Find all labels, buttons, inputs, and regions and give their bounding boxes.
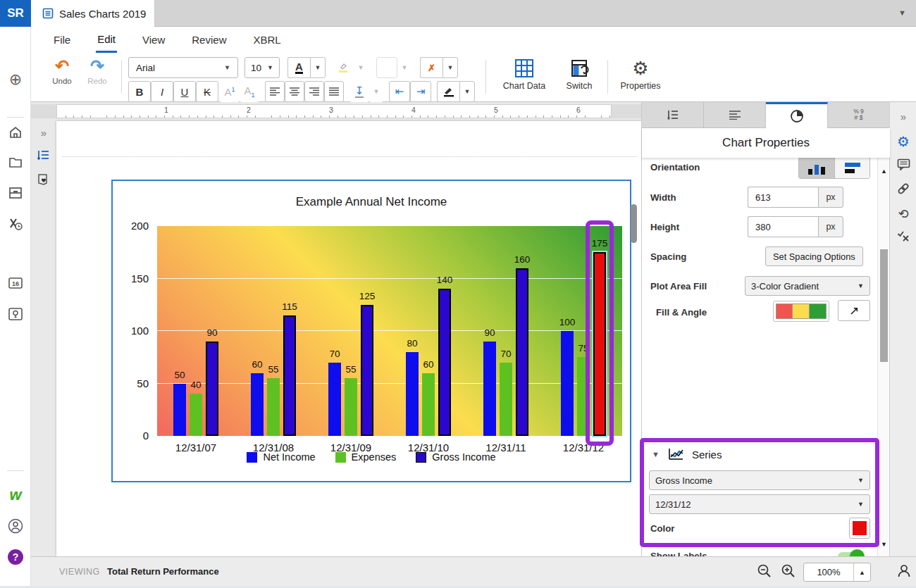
align-justify-button[interactable] [324, 81, 344, 102]
underline-button[interactable]: U [173, 81, 196, 102]
orientation-vertical-button[interactable] [799, 157, 834, 178]
bar[interactable] [345, 378, 357, 436]
zoom-level-control[interactable]: 100% ▲ [803, 563, 871, 582]
font-color-caret[interactable]: ▼ [310, 57, 326, 78]
tab-paragraph[interactable] [704, 102, 766, 128]
indent-decrease-button[interactable]: ⇤ [389, 81, 410, 102]
series-name-select[interactable]: Gross Income▼ [649, 470, 870, 490]
account-icon[interactable] [0, 518, 31, 534]
insights-bulb-icon[interactable] [0, 307, 31, 321]
vertical-scrollbar[interactable] [631, 204, 637, 243]
indent-increase-button[interactable]: ⇥ [410, 81, 431, 102]
scroll-up-icon[interactable]: ▲ [881, 168, 887, 175]
subscript-button[interactable]: A1 [240, 81, 259, 102]
align-right-button[interactable] [304, 81, 324, 102]
settings-gear-icon[interactable]: ⚙ [890, 133, 916, 150]
history-icon[interactable]: ⟲ [890, 206, 916, 222]
width-input[interactable]: 613 [748, 187, 818, 208]
collapse-chevrons-icon[interactable]: » [31, 127, 56, 139]
bar-value-label: 55 [258, 364, 289, 375]
chevron-down-icon[interactable]: ▼ [898, 8, 906, 17]
border-color-caret[interactable]: ▼ [459, 81, 475, 102]
help-icon[interactable]: ? [0, 549, 31, 565]
gradient-swatch-yellow[interactable] [793, 304, 810, 319]
align-center-button[interactable] [285, 81, 304, 102]
align-left-button[interactable] [265, 81, 285, 102]
chart[interactable]: Example Annual Net Income 050100150200 1… [111, 180, 631, 482]
zoom-in-button[interactable] [781, 563, 796, 579]
bookmark-heart-icon[interactable] [31, 173, 56, 186]
font-color-button[interactable]: A [287, 57, 310, 78]
clear-formatting-button[interactable]: ✗ [420, 57, 442, 78]
folder-icon[interactable] [0, 156, 31, 168]
panel-scrollbar-thumb[interactable] [880, 249, 888, 362]
font-family-select[interactable]: Arial▼ [128, 57, 238, 78]
orientation-horizontal-button[interactable] [834, 157, 869, 178]
menu-review[interactable]: Review [190, 28, 228, 51]
series-point-select[interactable]: 12/31/12▼ [649, 494, 870, 514]
cell-fill-caret[interactable]: ▼ [397, 57, 411, 78]
series-color-chip[interactable] [849, 518, 870, 539]
menu-view[interactable]: View [141, 28, 166, 51]
home-icon[interactable] [0, 125, 31, 139]
bar[interactable] [190, 394, 202, 436]
document-page[interactable]: Example Annual Net Income 050100150200 1… [56, 121, 641, 556]
bold-button[interactable]: B [128, 81, 151, 102]
binder-icon[interactable] [0, 187, 31, 199]
cell-fill-button[interactable] [376, 57, 397, 78]
menu-edit[interactable]: Edit [96, 27, 117, 53]
tab-outline[interactable] [642, 102, 704, 128]
gradient-swatch-red[interactable] [776, 304, 793, 319]
redo-button[interactable]: ↷ Redo [75, 57, 120, 85]
bar[interactable] [251, 373, 264, 436]
presence-user-icon[interactable] [896, 563, 912, 579]
vertical-align-caret[interactable]: ▼ [369, 81, 383, 102]
height-input[interactable]: 380 [748, 216, 818, 237]
zoom-out-button[interactable] [757, 563, 772, 579]
scroll-down-icon[interactable]: ▼ [881, 541, 887, 548]
align-justify-icon [329, 87, 339, 96]
superscript-button[interactable]: A1 [220, 81, 240, 102]
tasks-icon[interactable] [0, 217, 31, 231]
plot-area-fill-select[interactable]: 3-Color Gradient▼ [745, 276, 870, 296]
gradient-swatch-green[interactable] [810, 304, 827, 319]
chart-data-button[interactable]: Chart Data [502, 58, 547, 91]
y-tick-label: 50 [120, 377, 149, 389]
bar[interactable] [422, 373, 435, 436]
switch-button[interactable]: Switch [558, 58, 600, 91]
font-size-select[interactable]: 10▼ [245, 57, 280, 78]
align-right-icon [309, 87, 319, 96]
set-spacing-options-button[interactable]: Set Spacing Options [765, 246, 863, 266]
bar[interactable] [173, 384, 186, 437]
orientation-label: Orientation [650, 162, 700, 173]
border-color-button[interactable] [437, 81, 459, 102]
comments-icon[interactable] [890, 158, 916, 170]
tab-chart-properties[interactable] [766, 102, 828, 128]
gradient-swatches[interactable] [773, 301, 829, 322]
bar[interactable] [267, 378, 280, 436]
vertical-align-button[interactable]: ↧ [349, 81, 369, 102]
clear-formatting-caret[interactable]: ▼ [442, 57, 458, 78]
italic-button[interactable]: I [151, 81, 173, 102]
bar[interactable] [500, 363, 512, 436]
bar[interactable] [283, 315, 296, 436]
status-bar: VIEWING Total Return Performance 100% ▲ [31, 556, 916, 586]
outline-tree-icon[interactable] [31, 149, 56, 161]
gradient-angle-button[interactable]: ↗ [838, 300, 870, 321]
properties-button[interactable]: ⚙ Properties [617, 58, 664, 91]
track-changes-icon[interactable] [890, 230, 916, 242]
tab-number-format[interactable]: % 9# $ [828, 102, 890, 128]
menu-xbrl[interactable]: XBRL [252, 28, 282, 51]
highlight-color-button[interactable] [333, 57, 354, 78]
calendar-icon[interactable]: 16 [0, 276, 31, 290]
document-tab[interactable]: Sales Charts 2019 [31, 0, 155, 27]
collapse-panel-chevrons-icon[interactable]: » [890, 111, 916, 123]
strikethrough-button[interactable]: K [196, 81, 218, 102]
zoom-level-caret[interactable]: ▲ [853, 563, 870, 581]
series-section-header[interactable]: ▼ Series [652, 448, 722, 461]
add-plus-icon[interactable]: ⊕ [0, 70, 31, 89]
highlight-color-caret[interactable]: ▼ [354, 57, 368, 78]
panel-scrollbar[interactable]: ▲ ▼ [877, 158, 890, 556]
link-icon[interactable] [890, 182, 916, 195]
menu-file[interactable]: File [52, 28, 72, 51]
